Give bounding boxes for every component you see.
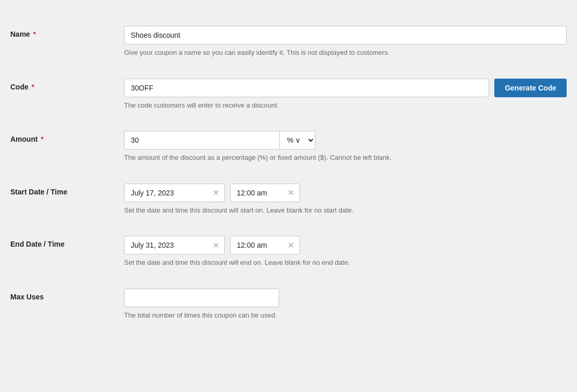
name-row: Name * Give your coupon a name so you ca…: [10, 16, 567, 68]
name-label: Name *: [10, 26, 124, 38]
amount-content: % ∨ The amount of the discount as a perc…: [124, 131, 567, 163]
generate-code-button[interactable]: Generate Code: [494, 79, 567, 97]
name-help-text: Give your coupon a name so you can easil…: [124, 48, 567, 58]
code-row: Code * Generate Code The code customers …: [10, 68, 567, 121]
start-date-content: ✕ ✕ Set the date and time this discount …: [124, 184, 567, 216]
end-date-field: ✕: [124, 236, 225, 254]
end-time-field: ✕: [230, 236, 300, 254]
start-time-input[interactable]: [231, 185, 282, 201]
amount-unit-select[interactable]: % ∨: [279, 131, 315, 149]
amount-label-text: Amount: [10, 135, 38, 143]
start-time-clear-button[interactable]: ✕: [282, 184, 299, 202]
end-date-label-text: End Date / Time: [10, 240, 65, 248]
start-date-clear-button[interactable]: ✕: [207, 184, 224, 202]
coupon-form: Name * Give your coupon a name so you ca…: [0, 10, 577, 336]
start-date-label-text: Start Date / Time: [10, 188, 67, 196]
max-uses-row: Max Uses The total number of times this …: [10, 278, 567, 331]
name-required-star: *: [31, 30, 36, 38]
code-required-star: *: [29, 83, 34, 91]
end-date-label: End Date / Time: [10, 236, 124, 248]
start-date-row: Start Date / Time ✕ ✕ Set the date and t…: [10, 173, 567, 226]
end-time-clear-button[interactable]: ✕: [282, 236, 299, 254]
code-label: Code *: [10, 79, 124, 91]
max-uses-input[interactable]: [124, 289, 279, 307]
amount-row: Amount * % ∨ The amount of the discount …: [10, 120, 567, 173]
code-input-row: Generate Code: [124, 79, 567, 97]
start-time-field: ✕: [230, 184, 300, 202]
start-datetime-row: ✕ ✕: [124, 184, 567, 202]
amount-input[interactable]: [124, 131, 279, 149]
end-datetime-row: ✕ ✕: [124, 236, 567, 254]
start-date-input[interactable]: [125, 185, 207, 201]
name-input[interactable]: [124, 26, 567, 44]
end-date-row: End Date / Time ✕ ✕ Set the date and tim…: [10, 225, 567, 278]
code-content: Generate Code The code customers will en…: [124, 79, 567, 111]
amount-input-row: % ∨: [124, 131, 567, 149]
max-uses-content: The total number of times this coupon ca…: [124, 289, 567, 321]
max-uses-label: Max Uses: [10, 289, 124, 301]
code-input[interactable]: [124, 79, 489, 97]
code-help-text: The code customers will enter to receive…: [124, 100, 567, 111]
start-date-field: ✕: [124, 184, 225, 202]
name-label-text: Name: [10, 30, 30, 38]
end-date-content: ✕ ✕ Set the date and time this discount …: [124, 236, 567, 268]
max-uses-label-text: Max Uses: [10, 293, 44, 301]
end-date-help-text: Set the date and time this discount will…: [124, 258, 567, 268]
code-label-text: Code: [10, 83, 28, 91]
end-date-clear-button[interactable]: ✕: [207, 236, 224, 254]
end-time-input[interactable]: [231, 237, 282, 253]
amount-label: Amount *: [10, 131, 124, 143]
max-uses-help-text: The total number of times this coupon ca…: [124, 310, 567, 321]
end-date-input[interactable]: [125, 237, 207, 253]
amount-required-star: *: [39, 135, 43, 143]
start-date-label: Start Date / Time: [10, 184, 124, 196]
name-content: Give your coupon a name so you can easil…: [124, 26, 567, 58]
amount-help-text: The amount of the discount as a percenta…: [124, 153, 567, 163]
start-date-help-text: Set the date and time this discount will…: [124, 205, 567, 216]
